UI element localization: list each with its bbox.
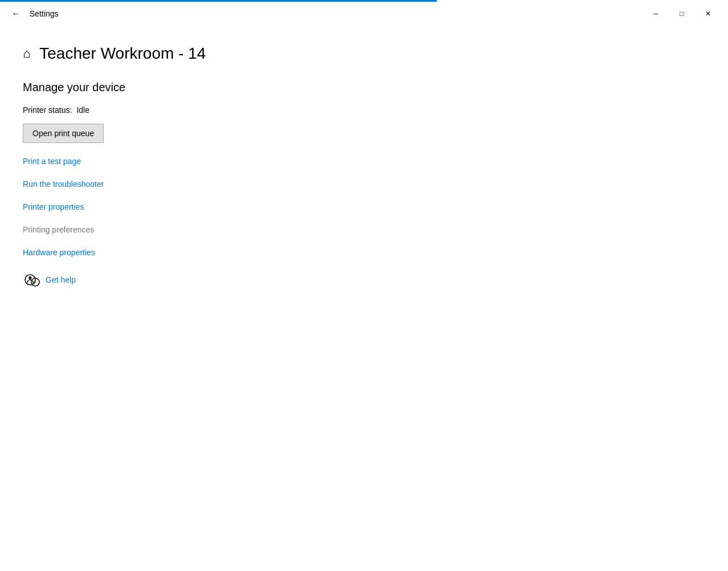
printer-status-label: Printer status: [23,105,72,115]
progress-bar [0,0,728,2]
svg-text:?: ? [34,280,36,286]
minimize-button[interactable]: ─ [643,5,669,23]
run-troubleshooter-link[interactable]: Run the troubleshooter [23,180,705,189]
title-bar: ← Settings ─ □ ✕ [0,0,728,27]
printer-properties-link[interactable]: Printer properties [23,202,705,211]
window-controls: ─ □ ✕ [643,5,721,23]
main-content: ⌂ Teacher Workroom - 14 Manage your devi… [0,27,728,306]
section-title: Manage your device [23,81,705,94]
svg-point-1 [29,276,32,279]
close-button[interactable]: ✕ [695,5,721,23]
printing-preferences-text: Printing preferences [23,225,705,234]
home-icon: ⌂ [23,46,30,61]
page-title: Teacher Workroom - 14 [39,44,206,63]
get-help-link[interactable]: Get help [46,275,76,284]
printer-status-row: Printer status: Idle [23,105,705,115]
get-help-icon: ? [23,271,41,289]
maximize-button[interactable]: □ [669,5,695,23]
hardware-properties-link[interactable]: Hardware properties [23,248,705,257]
app-title: Settings [30,9,59,18]
open-print-queue-button[interactable]: Open print queue [23,124,104,143]
back-button[interactable]: ← [7,5,25,23]
page-header: ⌂ Teacher Workroom - 14 [23,44,705,63]
print-test-page-link[interactable]: Print a test page [23,157,705,166]
printer-status-value: Idle [76,105,89,115]
get-help-row: ? Get help [23,271,705,289]
